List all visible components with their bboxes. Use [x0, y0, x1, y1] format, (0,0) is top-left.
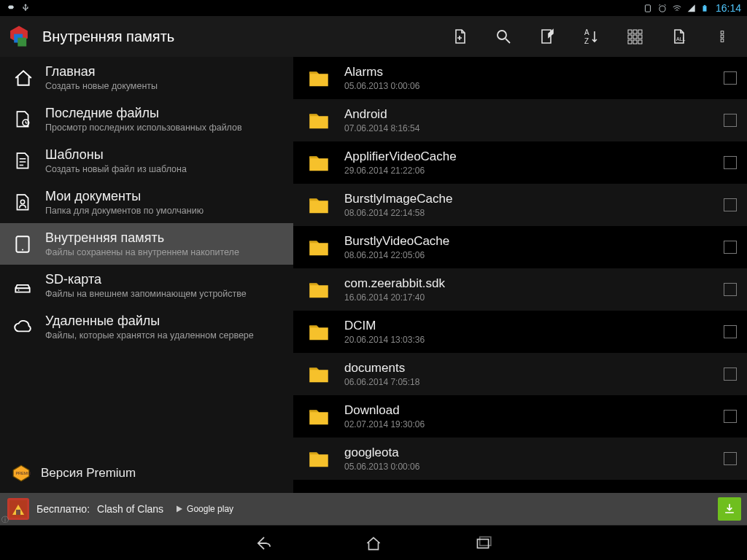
sd-icon	[12, 275, 34, 297]
new-file-button[interactable]	[441, 16, 479, 57]
file-checkbox[interactable]	[724, 452, 737, 465]
file-checkbox[interactable]	[724, 325, 737, 338]
sidebar-item-sd[interactable]: SD-картаФайлы на внешнем запоминающем ус…	[0, 265, 293, 306]
file-row[interactable]: ApplifierVideoCache29.06.2014 21:22:06	[293, 141, 747, 184]
sidebar-item-label: Внутренняя память	[45, 230, 239, 246]
file-date: 08.06.2014 22:05:06	[344, 250, 711, 260]
edit-button[interactable]	[528, 16, 566, 57]
folder-icon	[306, 108, 331, 133]
home-icon	[12, 67, 34, 89]
ad-banner[interactable]: ⓘ Бесплатно: Clash of Clans Google play	[0, 493, 747, 525]
sidebar-item-label: Удаленные файлы	[45, 314, 254, 329]
svg-rect-14	[633, 35, 637, 39]
file-row[interactable]: Download02.07.2014 19:30:06	[293, 395, 747, 438]
folder-icon	[306, 362, 331, 386]
search-button[interactable]	[484, 16, 522, 57]
sidebar-item-subtitle: Просмотр последних использованных файлов	[45, 122, 242, 133]
back-button[interactable]	[249, 529, 279, 558]
file-row[interactable]: googleota05.06.2013 0:00:06	[293, 438, 747, 480]
android-nav-bar	[0, 525, 747, 560]
file-name: documents	[344, 361, 711, 376]
file-checkbox[interactable]	[724, 156, 737, 169]
file-row[interactable]: iSMS	[293, 480, 747, 493]
file-checkbox[interactable]	[724, 114, 737, 127]
svg-rect-20	[721, 31, 724, 34]
sidebar: ГлавнаяСоздать новые документыПоследние …	[0, 57, 293, 493]
svg-point-26	[22, 249, 23, 250]
file-date: 02.07.2014 19:30:06	[344, 419, 711, 429]
folder-icon	[306, 446, 331, 471]
svg-point-24	[20, 200, 24, 203]
file-date: 29.06.2014 21:22:06	[344, 166, 711, 176]
sidebar-item-template[interactable]: ШаблоныСоздать новый файл из шаблона	[0, 140, 293, 182]
premium-badge-icon: PREMIUM	[12, 464, 31, 483]
file-row[interactable]: BurstlyVideoCache08.06.2014 22:05:06	[293, 226, 747, 268]
file-row[interactable]: Alarms05.06.2013 0:00:06	[293, 57, 747, 99]
sort-button[interactable]: AZ	[572, 16, 610, 57]
svg-text:Z: Z	[584, 37, 589, 45]
file-row[interactable]: com.zeerabbit.sdk16.06.2014 20:17:40	[293, 268, 747, 311]
overflow-menu-button[interactable]	[703, 16, 741, 57]
ad-info-icon[interactable]: ⓘ	[1, 515, 10, 524]
app-toolbar: Внутренняя память AZ ALL	[0, 16, 747, 57]
sidebar-item-label: SD-карта	[45, 272, 247, 287]
svg-rect-35	[480, 537, 491, 545]
sidebar-item-subtitle: Папка для документов по умолчанию	[45, 206, 204, 216]
file-name: com.zeerabbit.sdk	[344, 276, 711, 291]
file-checkbox[interactable]	[724, 283, 737, 296]
file-row[interactable]: DCIM20.06.2014 13:03:36	[293, 311, 747, 353]
file-checkbox[interactable]	[724, 410, 737, 423]
file-name: DCIM	[344, 319, 711, 333]
folder-icon	[306, 235, 331, 260]
sidebar-item-cloud[interactable]: Удаленные файлыФайлы, которые хранятся н…	[0, 306, 293, 348]
sidebar-item-internal[interactable]: Внутренняя памятьФайлы сохранены на внут…	[0, 223, 293, 265]
svg-rect-3	[704, 5, 706, 6]
file-row[interactable]: documents06.06.2014 7:05:18	[293, 353, 747, 395]
svg-rect-15	[638, 35, 642, 39]
file-checkbox[interactable]	[724, 198, 737, 211]
svg-marker-33	[177, 506, 182, 513]
sidebar-item-label: Последние файлы	[45, 106, 242, 121]
file-row[interactable]: BurstlyImageCache08.06.2014 22:14:58	[293, 184, 747, 226]
page-title: Внутренняя память	[42, 28, 174, 45]
file-checkbox[interactable]	[724, 71, 737, 85]
folder-icon	[306, 404, 331, 429]
sidebar-item-mydocs[interactable]: Мои документыПапка для документов по умо…	[0, 182, 293, 223]
svg-rect-2	[703, 6, 706, 12]
file-date: 05.06.2013 0:00:06	[344, 462, 711, 472]
file-checkbox[interactable]	[724, 368, 737, 381]
recent-apps-button[interactable]	[468, 529, 498, 558]
ad-title: Clash of Clans	[97, 503, 163, 515]
signal-icon	[686, 3, 697, 13]
app-logo-icon[interactable]	[6, 23, 32, 50]
folder-icon	[306, 66, 331, 90]
folder-icon	[306, 150, 331, 175]
select-all-button[interactable]: ALL	[659, 16, 697, 57]
svg-point-1	[659, 6, 665, 12]
sidebar-item-subtitle: Файлы на внешнем запоминающем устройстве	[45, 289, 247, 299]
sidebar-item-subtitle: Создать новые документы	[45, 81, 158, 91]
file-checkbox[interactable]	[724, 241, 737, 254]
file-date: 06.06.2014 7:05:18	[344, 377, 711, 387]
internal-icon	[12, 233, 34, 255]
file-date: 16.06.2014 20:17:40	[344, 292, 711, 303]
grid-view-button[interactable]	[616, 16, 654, 57]
file-list[interactable]: Alarms05.06.2013 0:00:06Android07.06.201…	[293, 57, 747, 493]
home-button[interactable]	[359, 529, 388, 558]
premium-label: Версия Premium	[41, 466, 136, 481]
google-play-badge: Google play	[175, 504, 233, 514]
sidebar-item-subtitle: Файлы, которые хранятся на удаленном сер…	[45, 330, 254, 341]
sidebar-item-home[interactable]: ГлавнаяСоздать новые документы	[0, 57, 293, 98]
ad-download-button[interactable]	[718, 497, 741, 521]
sidebar-item-label: Мои документы	[45, 189, 204, 204]
folder-icon	[306, 277, 331, 302]
file-row[interactable]: Android07.06.2014 8:16:54	[293, 99, 747, 141]
premium-promo[interactable]: PREMIUM Версия Premium	[0, 454, 293, 493]
sidebar-item-subtitle: Создать новый файл из шаблона	[45, 164, 187, 174]
battery-icon	[701, 3, 711, 13]
file-name: BurstlyImageCache	[344, 192, 711, 206]
cloud-icon	[12, 316, 34, 338]
sidebar-item-recent[interactable]: Последние файлыПросмотр последних исполь…	[0, 98, 293, 140]
rotate-lock-icon	[643, 3, 653, 13]
wifi-icon	[672, 3, 682, 13]
